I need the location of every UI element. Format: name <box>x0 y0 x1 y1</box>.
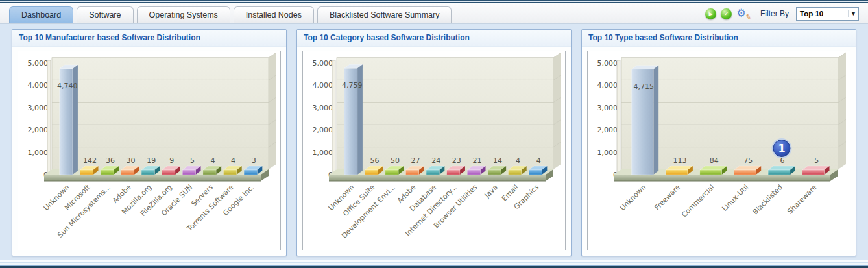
check-glyph: ✔ <box>724 12 729 17</box>
svg-text:4,000: 4,000 <box>28 81 49 90</box>
svg-text:3,000: 3,000 <box>313 104 333 112</box>
tab-software[interactable]: Software <box>77 6 133 23</box>
svg-text:84: 84 <box>710 156 719 165</box>
play-glyph: ▶ <box>708 12 712 17</box>
approve-icon[interactable]: ✔ <box>721 8 732 19</box>
tab-blacklisted-software-summary[interactable]: Blacklisted Software Summary <box>317 6 452 23</box>
run-icon[interactable]: ▶ <box>705 8 716 19</box>
svg-text:23: 23 <box>452 156 461 165</box>
chart-box: 01,0002,0003,0004,0005,0004,715Unknown11… <box>587 51 850 250</box>
manufacturer-bar-chart[interactable]: 01,0002,0003,0004,0005,0004,740Unknown14… <box>18 51 280 250</box>
svg-text:2,000: 2,000 <box>597 126 618 134</box>
svg-text:5: 5 <box>190 156 195 165</box>
svg-text:3,000: 3,000 <box>597 104 618 112</box>
tab-operating-systems[interactable]: Operating Systems <box>137 6 230 23</box>
svg-text:2,000: 2,000 <box>28 126 49 134</box>
svg-text:4,759: 4,759 <box>342 81 363 90</box>
svg-text:9: 9 <box>169 156 174 165</box>
chart-box: 01,0002,0003,0004,0005,0004,740Unknown14… <box>18 51 281 250</box>
svg-text:75: 75 <box>743 156 753 165</box>
svg-text:1,000: 1,000 <box>313 149 333 157</box>
svg-text:3,000: 3,000 <box>28 104 49 112</box>
dashboard-content: Top 10 Manufacturer based Software Distr… <box>0 24 868 256</box>
tab-dashboard[interactable]: Dashboard <box>9 6 73 23</box>
svg-text:Blacklisted: Blacklisted <box>751 183 784 216</box>
svg-text:19: 19 <box>147 156 156 165</box>
panel-manufacturer-distribution: Top 10 Manufacturer based Software Distr… <box>12 29 287 256</box>
svg-text:142: 142 <box>83 156 97 165</box>
panel-title: Top 10 Type based Software Distribution <box>582 30 856 47</box>
svg-text:24: 24 <box>431 156 440 165</box>
svg-text:Linux-Util: Linux-Util <box>720 183 750 213</box>
pencil-glyph: ✎ <box>745 12 752 21</box>
svg-text:5: 5 <box>814 156 819 165</box>
svg-text:4: 4 <box>231 156 235 165</box>
svg-text:Unknown: Unknown <box>618 183 647 212</box>
category-bar-chart[interactable]: 01,0002,0003,0004,0005,0004,759Unknown56… <box>303 51 565 250</box>
svg-text:4,740: 4,740 <box>57 82 78 90</box>
svg-text:21: 21 <box>472 156 481 165</box>
panel-title: Top 10 Category based Software Distribut… <box>297 30 571 47</box>
type-bar-chart[interactable]: 01,0002,0003,0004,0005,0004,715Unknown11… <box>588 51 850 250</box>
filter-select-value: Top 10 <box>797 10 848 18</box>
svg-text:5,000: 5,000 <box>313 59 333 67</box>
svg-text:1,000: 1,000 <box>597 149 618 157</box>
svg-text:4,715: 4,715 <box>634 82 655 91</box>
svg-text:56: 56 <box>370 156 379 165</box>
svg-text:4: 4 <box>211 156 215 165</box>
filter-by-label: Filter By <box>760 9 789 18</box>
settings-icon[interactable]: ⚙ ✎ <box>736 7 749 20</box>
toolbar: ▶ ✔ ⚙ ✎ Filter By Top 10 ▼ <box>705 6 859 21</box>
svg-text:Shareware: Shareware <box>786 183 819 216</box>
bottom-chrome-strip <box>0 260 868 268</box>
panel-title: Top 10 Manufacturer based Software Distr… <box>12 30 286 47</box>
svg-text:50: 50 <box>391 156 400 165</box>
svg-text:4: 4 <box>516 156 520 165</box>
svg-text:36: 36 <box>106 156 115 165</box>
svg-text:4: 4 <box>536 156 541 165</box>
svg-text:27: 27 <box>411 156 420 165</box>
svg-text:113: 113 <box>673 156 687 165</box>
svg-text:4,000: 4,000 <box>597 81 618 90</box>
tab-installed-nodes[interactable]: Installed Nodes <box>234 6 314 23</box>
svg-text:Freeware: Freeware <box>653 183 682 212</box>
svg-text:2,000: 2,000 <box>313 126 333 134</box>
panel-type-distribution: Top 10 Type based Software Distribution … <box>581 29 856 256</box>
panel-category-distribution: Top 10 Category based Software Distribut… <box>296 29 572 256</box>
svg-text:30: 30 <box>127 156 136 165</box>
svg-text:Java: Java <box>483 183 500 200</box>
svg-text:3: 3 <box>252 156 256 165</box>
svg-text:1,000: 1,000 <box>28 149 49 157</box>
svg-text:5,000: 5,000 <box>597 59 618 67</box>
svg-text:Commercial: Commercial <box>680 183 716 219</box>
chevron-down-icon: ▼ <box>848 10 858 17</box>
svg-text:1: 1 <box>778 142 785 154</box>
svg-text:5,000: 5,000 <box>28 59 49 67</box>
svg-text:4,000: 4,000 <box>313 81 333 90</box>
chart-box: 01,0002,0003,0004,0005,0004,759Unknown56… <box>302 51 566 250</box>
svg-text:14: 14 <box>493 156 502 165</box>
filter-select[interactable]: Top 10 ▼ <box>796 7 859 21</box>
tab-bar: Dashboard Software Operating Systems Ins… <box>0 3 868 24</box>
